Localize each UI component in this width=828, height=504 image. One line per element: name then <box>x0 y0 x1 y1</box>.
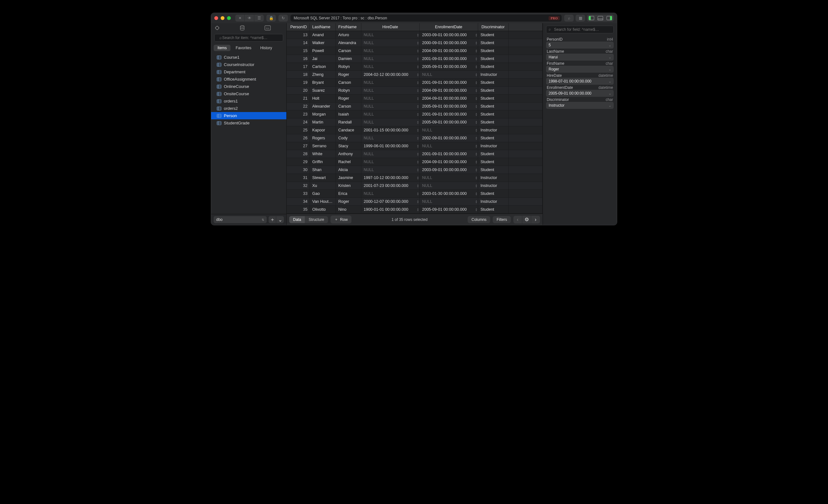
left-panel-toggle[interactable] <box>587 14 596 22</box>
table-cell[interactable]: 27 <box>287 142 309 150</box>
table-row[interactable]: 18ZhengRoger2004-02-12 00:00:00.000▴▾NUL… <box>287 71 543 79</box>
stepper-icon[interactable]: ▴▾ <box>417 73 419 77</box>
table-cell[interactable]: Gao <box>309 190 336 198</box>
field-value-personid[interactable]: 5⌄ <box>546 42 614 49</box>
stepper-icon[interactable]: ▴▾ <box>417 144 419 148</box>
table-cell[interactable]: Xu <box>309 182 336 190</box>
table-cell[interactable]: Robyn <box>336 87 361 94</box>
search-icon[interactable]: ⌕ <box>564 14 574 22</box>
table-cell[interactable]: Student <box>478 102 508 111</box>
column-header-enrollmentdate[interactable]: EnrollmentDate <box>419 23 478 31</box>
table-cell[interactable]: 2001-09-01 00:00:00.000▴▾ <box>419 111 478 118</box>
table-cell[interactable]: 26 <box>287 134 309 142</box>
add-dropdown-button[interactable]: ⌄ <box>276 216 284 223</box>
column-header-hiredate[interactable]: HireDate <box>361 23 419 31</box>
table-cell[interactable]: Nino <box>336 206 361 214</box>
table-cell[interactable]: Student <box>478 31 508 39</box>
table-cell[interactable]: Damien <box>336 55 361 63</box>
data-grid-scroll[interactable]: PersonIDLastNameFirstNameHireDateEnrollm… <box>287 23 543 214</box>
table-cell[interactable]: Jai <box>309 55 336 63</box>
table-cell[interactable]: NULL▴▾ <box>361 166 419 174</box>
table-cell[interactable]: Stacy <box>336 142 361 150</box>
apps-icon[interactable]: ▦ <box>576 14 585 22</box>
table-cell[interactable]: 13 <box>287 31 309 39</box>
table-cell[interactable]: 2001-09-01 00:00:00.000▴▾ <box>419 79 478 87</box>
sidebar-item-course1[interactable]: Course1 <box>211 54 286 61</box>
table-cell[interactable]: NULL▴▾ <box>361 63 419 71</box>
table-cell[interactable]: 25 <box>287 126 309 134</box>
table-cell[interactable]: Rachel <box>336 158 361 166</box>
table-row[interactable]: 29GriffinRachelNULL▴▾2004-09-01 00:00:00… <box>287 158 543 166</box>
table-cell[interactable]: 2004-09-01 00:00:00.000▴▾ <box>419 47 478 55</box>
table-cell[interactable]: 24 <box>287 118 309 126</box>
table-cell[interactable]: Robyn <box>336 63 361 71</box>
table-cell[interactable]: NULL▴▾ <box>361 39 419 47</box>
stepper-icon[interactable]: ▴▾ <box>475 73 477 77</box>
table-row[interactable]: 23MorganIsaiahNULL▴▾2001-09-01 00:00:00.… <box>287 111 543 118</box>
stepper-icon[interactable]: ▴▾ <box>475 184 477 187</box>
table-cell[interactable]: Instructor <box>478 126 508 134</box>
field-value-hiredate[interactable]: 1998-07-01 00:00:00.000⌄ <box>546 78 614 85</box>
connection-icon[interactable] <box>214 25 233 31</box>
stepper-icon[interactable]: ▴▾ <box>417 184 419 187</box>
table-cell[interactable]: Student <box>478 47 508 55</box>
table-cell[interactable]: 2001-09-01 00:00:00.000▴▾ <box>419 55 478 63</box>
table-cell[interactable]: Kapoor <box>309 126 336 134</box>
data-tab[interactable]: Data <box>289 216 305 223</box>
sidebar-tab-items[interactable]: Items <box>214 45 231 51</box>
table-row[interactable]: 32XuKristen2001-07-23 00:00:00.000▴▾NULL… <box>287 182 543 190</box>
inspector-search-input[interactable] <box>546 26 614 33</box>
table-cell[interactable]: Alicia <box>336 166 361 174</box>
table-cell[interactable]: NULL▴▾ <box>361 31 419 39</box>
stepper-icon[interactable]: ▴▾ <box>475 152 477 156</box>
table-cell[interactable]: 2001-01-15 00:00:00.000▴▾ <box>361 126 419 134</box>
table-row[interactable]: 14WalkerAlexandraNULL▴▾2000-09-01 00:00:… <box>287 39 543 47</box>
stepper-icon[interactable]: ▴▾ <box>475 96 477 100</box>
table-cell[interactable]: Olivotto <box>309 206 336 214</box>
stepper-icon[interactable]: ▴▾ <box>417 104 419 108</box>
column-header-personid[interactable]: PersonID <box>287 23 309 31</box>
table-cell[interactable]: NULL▴▾ <box>361 94 419 102</box>
table-cell[interactable]: NULL▴▾ <box>419 126 478 134</box>
bottom-panel-toggle[interactable] <box>596 14 605 22</box>
table-cell[interactable]: 19 <box>287 79 309 87</box>
table-cell[interactable]: Griffin <box>309 158 336 166</box>
table-row[interactable]: 15PowellCarsonNULL▴▾2004-09-01 00:00:00.… <box>287 47 543 55</box>
table-cell[interactable]: Arturo <box>336 31 361 39</box>
stepper-icon[interactable]: ▴▾ <box>475 57 477 60</box>
stepper-icon[interactable]: ▴▾ <box>417 152 419 156</box>
table-row[interactable]: 16JaiDamienNULL▴▾2001-09-01 00:00:00.000… <box>287 55 543 63</box>
table-cell[interactable]: 2002-09-01 00:00:00.000▴▾ <box>419 134 478 142</box>
sidebar-item-courseinstructor[interactable]: CourseInstructor <box>211 61 286 68</box>
window-minimize-button[interactable] <box>221 16 224 20</box>
table-cell[interactable]: Holt <box>309 94 336 102</box>
table-cell[interactable]: 2004-09-01 00:00:00.000▴▾ <box>419 87 478 94</box>
table-cell[interactable]: Anand <box>309 31 336 39</box>
table-cell[interactable]: Rogers <box>309 134 336 142</box>
table-cell[interactable]: Student <box>478 79 508 87</box>
stepper-icon[interactable]: ▴▾ <box>475 41 477 45</box>
nav-stop-button[interactable]: ✕ <box>235 14 245 22</box>
table-row[interactable]: 34Van HoutenRoger2000-12-07 00:00:00.000… <box>287 198 543 206</box>
sidebar-item-person[interactable]: Person <box>211 112 286 119</box>
table-cell[interactable]: 1900-01-01 00:00:00.000▴▾ <box>361 206 419 214</box>
stepper-icon[interactable]: ▴▾ <box>417 192 419 196</box>
table-cell[interactable]: Zheng <box>309 71 336 79</box>
stepper-icon[interactable]: ▴▾ <box>417 176 419 180</box>
table-cell[interactable]: 18 <box>287 71 309 79</box>
table-row[interactable]: 13AnandArturoNULL▴▾2003-09-01 00:00:00.0… <box>287 31 543 39</box>
stepper-icon[interactable]: ▴▾ <box>475 168 477 172</box>
table-row[interactable]: 27SerranoStacy1999-06-01 00:00:00.000▴▾N… <box>287 142 543 150</box>
table-cell[interactable]: 2004-09-01 00:00:00.000▴▾ <box>419 94 478 102</box>
table-row[interactable]: 20SuarezRobynNULL▴▾2004-09-01 00:00:00.0… <box>287 87 543 94</box>
table-cell[interactable]: 31 <box>287 174 309 182</box>
table-cell[interactable]: Carson <box>336 47 361 55</box>
sidebar-item-orders1[interactable]: orders1 <box>211 97 286 105</box>
stepper-icon[interactable]: ▴▾ <box>475 89 477 92</box>
settings-icon[interactable]: ⚙ <box>522 216 531 223</box>
table-cell[interactable]: NULL▴▾ <box>419 182 478 190</box>
filters-button[interactable]: Filters <box>493 216 511 223</box>
table-cell[interactable]: Erica <box>336 190 361 198</box>
right-panel-toggle[interactable] <box>605 14 614 22</box>
prev-page-button[interactable]: ‹ <box>513 216 522 223</box>
